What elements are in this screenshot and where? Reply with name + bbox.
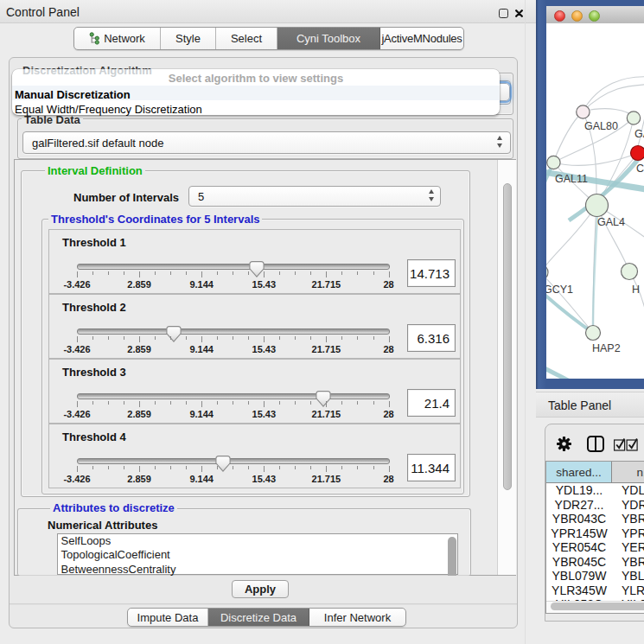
- svg-text:GAL4: GAL4: [597, 216, 625, 228]
- svg-text:GA: GA: [634, 128, 644, 140]
- svg-text:C: C: [636, 163, 644, 175]
- svg-text:GAL80: GAL80: [584, 120, 618, 132]
- svg-text:GAL11: GAL11: [555, 173, 588, 185]
- svg-text:GCY1: GCY1: [546, 284, 573, 296]
- svg-text:H: H: [632, 284, 640, 296]
- svg-text:HAP2: HAP2: [592, 342, 621, 354]
